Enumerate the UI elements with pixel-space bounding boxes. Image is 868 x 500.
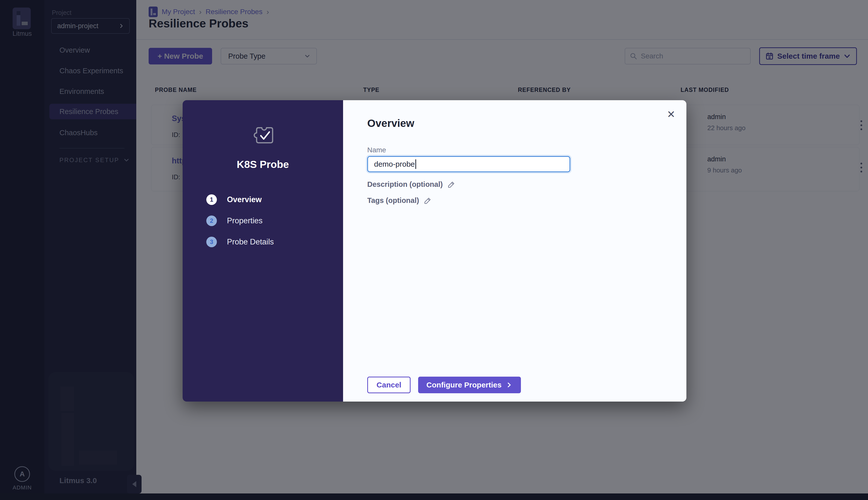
tags-optional-toggle[interactable]: Tags (optional) bbox=[367, 196, 432, 205]
step-properties[interactable]: 2 Properties bbox=[206, 216, 262, 226]
step-number: 3 bbox=[206, 237, 217, 247]
edit-pencil-icon bbox=[424, 197, 432, 205]
modal-body: ✕ Overview Name demo-probe Description (… bbox=[343, 100, 686, 401]
cancel-button[interactable]: Cancel bbox=[367, 377, 410, 393]
step-probe-details[interactable]: 3 Probe Details bbox=[206, 237, 274, 247]
modal-section-title: Overview bbox=[367, 117, 414, 129]
create-probe-modal: K8S Probe 1 Overview 2 Properties 3 Prob… bbox=[183, 100, 686, 401]
step-number: 1 bbox=[206, 194, 217, 205]
probe-name-input[interactable]: demo-probe bbox=[367, 156, 570, 172]
chevron-right-icon bbox=[506, 382, 512, 388]
configure-properties-button[interactable]: Configure Properties bbox=[418, 377, 521, 393]
probe-type-title: K8S Probe bbox=[183, 159, 343, 170]
probe-puzzle-icon bbox=[252, 125, 273, 147]
text-cursor bbox=[415, 159, 416, 169]
litmus-app: Litmus A ADMIN Project admin-project Ove… bbox=[0, 0, 868, 500]
name-label: Name bbox=[367, 146, 386, 154]
step-number: 2 bbox=[206, 216, 217, 226]
step-overview[interactable]: 1 Overview bbox=[206, 194, 262, 205]
close-icon[interactable]: ✕ bbox=[667, 109, 675, 120]
edit-pencil-icon bbox=[447, 181, 455, 189]
modal-side-panel: K8S Probe 1 Overview 2 Properties 3 Prob… bbox=[183, 100, 343, 401]
description-optional-toggle[interactable]: Description (optional) bbox=[367, 180, 455, 189]
